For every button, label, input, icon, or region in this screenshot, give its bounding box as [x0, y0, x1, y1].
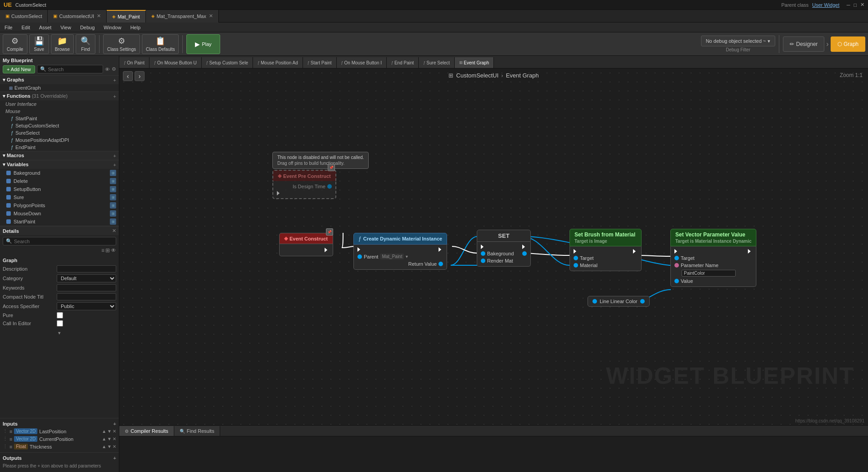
input1-down[interactable]: ▼ — [107, 429, 112, 434]
tab-mat-transparent[interactable]: ◈ Mat_Transparent_Max ✕ — [146, 10, 219, 23]
details-eye-icon[interactable]: 👁 — [111, 247, 116, 254]
paint-color-input[interactable] — [682, 270, 736, 277]
tab-close2[interactable]: ✕ — [97, 13, 101, 19]
input3-delete[interactable]: ✕ — [113, 444, 116, 449]
nav-back-btn[interactable]: ‹ — [123, 71, 133, 81]
input1-delete[interactable]: ✕ — [113, 429, 116, 434]
var-mouse-down[interactable]: MouseDown ⊞ — [0, 209, 119, 218]
graph-tab-setup-custom[interactable]: ƒSetup Custom Sele — [202, 57, 253, 68]
input2-delete[interactable]: ✕ — [113, 436, 116, 441]
desc-input[interactable] — [57, 265, 116, 272]
graph-tab-on-mouse-button-i[interactable]: ƒOn Mouse Button I — [337, 57, 387, 68]
call-in-editor-checkbox[interactable] — [57, 320, 63, 327]
menu-view[interactable]: View — [56, 25, 76, 30]
keywords-input[interactable] — [57, 284, 116, 291]
window-minimize-btn[interactable]: ─ — [847, 2, 850, 8]
breadcrumb-project[interactable]: CustomSelectUI — [456, 72, 498, 79]
input2-down[interactable]: ▼ — [107, 436, 112, 441]
var-sure[interactable]: Sure ⊞ — [0, 193, 119, 201]
compiler-results-tab[interactable]: ⚙ Compiler Results — [119, 426, 174, 436]
menu-debug[interactable]: Debug — [76, 25, 99, 30]
bp-search-bar[interactable]: 🔍 — [37, 65, 103, 73]
event-construct-pin-box[interactable]: 📌 — [326, 228, 333, 236]
graph-tab-event-graph[interactable]: ⊞Event Graph — [455, 57, 494, 68]
setup-custom-select-item[interactable]: ƒ SetupCustomSelect — [0, 122, 119, 129]
graph-tab-end-paint[interactable]: ƒEnd Paint — [387, 57, 419, 68]
input2-up[interactable]: ▲ — [102, 436, 106, 441]
breadcrumb-graph[interactable]: Event Graph — [506, 72, 539, 79]
window-close-btn[interactable]: ✕ — [860, 2, 864, 8]
details-list-view[interactable]: ≡ — [101, 247, 104, 254]
graph-tab-on-paint[interactable]: ƒOn Paint — [119, 57, 149, 68]
tab-customselectui[interactable]: ▣ CustomselectUI ✕ — [48, 10, 107, 23]
line-linear-color-node[interactable]: Line Linear Color — [588, 296, 650, 307]
debug-select[interactable]: No debug object selected ~ ▾ — [701, 36, 776, 46]
details-close[interactable]: ✕ — [112, 228, 116, 234]
find-results-tab[interactable]: 🔍 Find Results — [174, 426, 220, 436]
play-button[interactable]: ▶ Play — [186, 34, 220, 54]
set-vector-node[interactable]: Set Vector Parameter Value Target is Mat… — [670, 229, 756, 287]
details-grid-view[interactable]: ⊞ — [105, 247, 110, 254]
sure-select-item[interactable]: ƒ SureSelect — [0, 129, 119, 136]
var-polygon-points[interactable]: PolygonPoints ⊞ — [0, 201, 119, 209]
var-start-paint[interactable]: StartPaint ⊞ — [0, 218, 119, 226]
browse-button[interactable]: 📁 Browse — [51, 34, 74, 54]
start-paint-item[interactable]: ƒ StartPaint — [0, 115, 119, 122]
access-select[interactable]: Public — [57, 302, 116, 310]
save-button[interactable]: 💾 Save — [29, 34, 49, 54]
bp-filter-icon[interactable]: ⚙ — [112, 66, 116, 72]
window-maximize-btn[interactable]: □ — [854, 2, 857, 8]
graph-tab-on-mouse-button-u[interactable]: ƒOn Mouse Button U — [149, 57, 202, 68]
menu-file[interactable]: File — [0, 25, 17, 30]
menu-edit[interactable]: Edit — [17, 25, 35, 30]
inputs-add-icon[interactable]: + — [113, 421, 116, 427]
tab-close4[interactable]: ✕ — [209, 13, 213, 19]
var-delete[interactable]: Delete ⊞ — [0, 177, 119, 185]
graphs-section-header[interactable]: ▾ Graphs + — [0, 76, 119, 84]
create-dynamic-node[interactable]: ƒ Create Dynamic Material Instance Paren… — [353, 233, 447, 270]
set-node[interactable]: SET Bakeground — [477, 230, 531, 267]
mouse-position-item[interactable]: ƒ MousePositionAdaptDPI — [0, 136, 119, 144]
category-select[interactable]: Default — [57, 274, 116, 282]
drag-handle3[interactable]: ⋮ — [3, 444, 8, 449]
event-construct-node[interactable]: ◈ Event Construct — [279, 233, 333, 256]
menu-help[interactable]: Help — [126, 25, 145, 30]
macros-section-header[interactable]: ▾ Macros + — [0, 151, 119, 160]
find-button[interactable]: 🔍 Find — [76, 34, 95, 54]
outputs-add-icon[interactable]: + — [113, 455, 116, 461]
scroll-down-icon[interactable]: ▾ — [58, 330, 61, 336]
bp-visibility-icon[interactable]: 👁 — [105, 67, 110, 72]
class-settings-button[interactable]: ⚙ Class Settings — [103, 34, 140, 54]
var-bakeground[interactable]: Bakeground ⊞ — [0, 169, 119, 177]
menu-asset[interactable]: Asset — [35, 25, 56, 30]
drag-handle2[interactable]: ⋮ — [3, 436, 8, 442]
designer-button[interactable]: ✏ Designer — [783, 36, 824, 52]
drag-handle1[interactable]: ⋮ — [3, 428, 8, 434]
tab-mat-paint[interactable]: ◈ Mat_Paint — [107, 10, 146, 23]
input3-up[interactable]: ▲ — [102, 444, 106, 449]
macros-add-icon[interactable]: + — [113, 153, 116, 159]
disabled-node-pin[interactable]: 📌 — [328, 164, 335, 171]
compact-input[interactable] — [57, 293, 116, 300]
var-setup-button[interactable]: SetupButton ⊞ — [0, 185, 119, 193]
details-search-input[interactable] — [14, 239, 113, 244]
graph-tab-mouse-position[interactable]: ƒMouse Position Ad — [253, 57, 303, 68]
event-pre-construct-node[interactable]: ◈ Event Pre Construct Is Design Time — [272, 170, 336, 199]
set-brush-node[interactable]: Set Brush from Material Target is Image … — [570, 229, 642, 271]
graphs-add-icon[interactable]: + — [113, 77, 116, 83]
graph-button[interactable]: ⬡ Graph — [831, 36, 865, 52]
nav-forward-btn[interactable]: › — [135, 71, 145, 81]
compile-button[interactable]: ⚙ Compile — [3, 34, 27, 54]
menu-window[interactable]: Window — [99, 25, 126, 30]
event-graph-item[interactable]: ⊞ EventGraph — [0, 84, 119, 91]
graph-tab-start-paint[interactable]: ƒStart Paint — [303, 57, 337, 68]
functions-add-icon[interactable]: + — [113, 94, 116, 99]
class-defaults-button[interactable]: 📋 Class Defaults — [142, 34, 179, 54]
tab-customselect[interactable]: ▣ CustomSelect — [0, 10, 48, 23]
input3-down[interactable]: ▼ — [107, 444, 112, 449]
input1-up[interactable]: ▲ — [102, 429, 106, 434]
variables-add-icon[interactable]: + — [113, 162, 116, 168]
add-new-button[interactable]: + Add New — [3, 65, 35, 73]
end-paint-item[interactable]: ƒ EndPaint — [0, 144, 119, 151]
graph-tab-sure-select[interactable]: ƒSure Select — [419, 57, 455, 68]
